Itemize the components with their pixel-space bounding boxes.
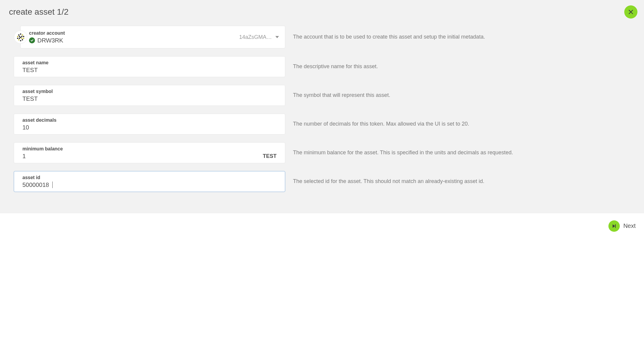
minimum-balance-label: minimum balance	[22, 146, 277, 152]
asset-id-label: asset id	[22, 175, 277, 180]
svg-point-2	[20, 33, 21, 35]
chevron-down-icon	[275, 36, 279, 38]
creator-account-name: DRW3RK	[37, 37, 63, 44]
page-title: create asset 1/2	[0, 0, 644, 17]
next-button-label: Next	[623, 222, 636, 229]
minimum-balance-input[interactable]	[22, 153, 260, 160]
svg-point-5	[17, 36, 18, 37]
asset-name-description: The descriptive name for this asset.	[293, 56, 632, 77]
asset-name-label: asset name	[22, 60, 277, 65]
svg-point-15	[22, 39, 23, 40]
svg-point-6	[19, 36, 20, 37]
svg-point-10	[19, 38, 20, 39]
svg-point-14	[20, 40, 21, 41]
account-dropdown[interactable]: 14aZsGMA…	[239, 34, 279, 40]
identicon-icon	[16, 33, 25, 42]
asset-decimals-input[interactable]	[22, 124, 277, 131]
svg-point-9	[17, 38, 18, 39]
text-caret	[52, 182, 53, 188]
svg-point-13	[18, 39, 19, 40]
asset-symbol-field[interactable]: asset symbol	[14, 85, 285, 106]
account-address-short: 14aZsGMA…	[239, 34, 272, 40]
asset-symbol-input[interactable]	[22, 95, 277, 102]
close-icon	[628, 10, 633, 14]
asset-decimals-description: The number of decimals for this token. M…	[293, 114, 632, 135]
svg-marker-17	[613, 224, 615, 228]
svg-rect-18	[615, 224, 616, 228]
creator-account-field[interactable]: creator account DRW3RK 14aZsGMA…	[20, 26, 285, 48]
svg-point-8	[23, 36, 24, 37]
avatar	[14, 31, 27, 44]
asset-name-input[interactable]	[22, 67, 277, 74]
svg-point-4	[22, 34, 23, 36]
svg-point-3	[18, 34, 19, 36]
asset-name-field[interactable]: asset name	[14, 56, 285, 77]
asset-id-description: The selected id for the asset. This shou…	[293, 171, 632, 192]
svg-point-12	[23, 38, 24, 39]
asset-symbol-description: The symbol that will represent this asse…	[293, 85, 632, 106]
minimum-balance-description: The minimum balance for the asset. This …	[293, 142, 632, 163]
asset-id-field[interactable]: asset id 50000018	[14, 171, 285, 192]
svg-point-7	[21, 36, 22, 37]
close-button[interactable]	[624, 5, 637, 19]
next-button[interactable]: Next	[608, 220, 636, 232]
asset-decimals-label: asset decimals	[22, 118, 277, 123]
minimum-balance-field[interactable]: minimum balance TEST	[14, 142, 285, 163]
creator-account-description: The account that is to be used to create…	[293, 26, 632, 48]
svg-point-11	[21, 38, 22, 39]
asset-symbol-label: asset symbol	[22, 89, 277, 94]
minimum-balance-suffix: TEST	[263, 153, 277, 159]
svg-point-16	[20, 37, 21, 38]
asset-id-input[interactable]: 50000018	[22, 182, 49, 188]
next-icon	[608, 220, 620, 232]
verified-check-icon	[29, 37, 35, 43]
asset-decimals-field[interactable]: asset decimals	[14, 114, 285, 135]
